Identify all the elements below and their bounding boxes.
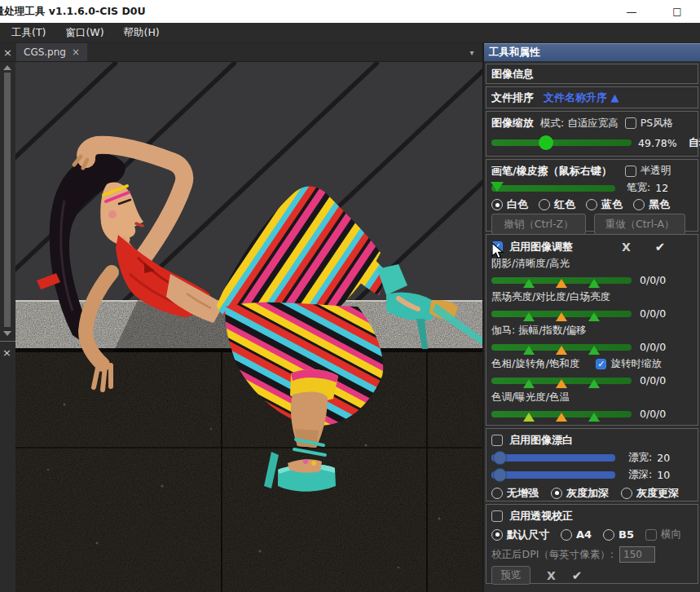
brush-width-slider-thumb[interactable]	[491, 182, 504, 192]
adjust-slider-levels[interactable]	[491, 311, 632, 317]
adjust-title: 启用图像调整	[509, 240, 573, 254]
perspective-cancel-icon[interactable]: X	[547, 569, 556, 582]
maximize-button[interactable]: □	[658, 0, 696, 23]
section-adjust: ✓ 启用图像调整 X ✔ 阴影/清晰度/高光 0/0/0 黑场亮度/对比度/白场…	[486, 234, 698, 426]
radio-white	[491, 199, 503, 210]
panel-header[interactable]: 工具和属性	[484, 43, 700, 61]
bleach-width-value: 20	[657, 452, 670, 464]
adjust-slider-hue[interactable]	[491, 378, 632, 384]
ps-style-checkbox[interactable]: ✓	[625, 117, 636, 129]
menubar: 工具(T) 窗口(W) 帮助(H)	[0, 23, 700, 43]
bleach-width-label: 漂宽:	[628, 451, 652, 465]
bleach-width-slider[interactable]	[491, 454, 615, 462]
adjust-slider-shadow[interactable]	[491, 277, 632, 284]
menu-help[interactable]: 帮助(H)	[114, 23, 169, 42]
zoom-mode-label: 模式:	[540, 117, 564, 130]
tabbar: × CGS.png × ▾	[0, 43, 482, 62]
brush-color-red[interactable]: 红色	[539, 197, 575, 212]
bleach-option-darker[interactable]: 灰度更深	[621, 486, 679, 501]
menu-window[interactable]: 窗口(W)	[55, 23, 113, 42]
zoom-mode-value[interactable]: 自适应宽高	[567, 117, 619, 130]
image-canvas[interactable]	[15, 62, 482, 592]
mouse-cursor	[490, 242, 506, 260]
file-sort-label: 文件排序	[491, 91, 534, 105]
scroll-up-icon[interactable]	[3, 65, 11, 70]
titlebar: 量处理工具 v1.1.6.0-CIS D0U — □	[0, 0, 700, 23]
zoom-slider[interactable]	[491, 139, 632, 146]
semi-transparent-checkbox[interactable]: ✓	[625, 166, 636, 177]
file-sort-value[interactable]: 文件名称升序 ▲	[544, 91, 619, 105]
adjust-slider-tone[interactable]	[491, 411, 632, 417]
bleach-title: 启用图像漂白	[509, 433, 573, 448]
left-strip: ×	[0, 62, 15, 592]
adjust-group-shadow: 阴影/清晰度/高光 0/0/0	[491, 256, 693, 289]
left-panel-close-icon[interactable]: ×	[0, 43, 15, 61]
radio-red	[539, 199, 550, 210]
brush-color-blue[interactable]: 蓝色	[586, 197, 623, 212]
image-info-label: 图像信息	[491, 67, 534, 82]
bleach-depth-value: 10	[657, 469, 670, 481]
brush-color-black[interactable]: 黑色	[633, 197, 670, 212]
perspective-title: 启用透视校正	[509, 509, 573, 524]
app-window: 量处理工具 v1.1.6.0-CIS D0U — □ 工具(T) 窗口(W) 帮…	[0, 0, 700, 592]
zoom-title: 图像缩放	[491, 116, 534, 130]
rotate-scale-label: 旋转时缩放	[610, 357, 662, 371]
adjust-group-hue: 色相/旋转角/饱和度 ✓ 旋转时缩放 0/0/0	[491, 356, 693, 390]
section-file-sort: 文件排序 文件名称升序 ▲	[486, 86, 698, 108]
tools-panel: 工具和属性 图像信息 文件排序 文件名称升序 ▲ 图像缩放 模式: 自适应宽高 …	[482, 43, 700, 592]
semi-transparent-label: 半透明	[641, 164, 671, 178]
perspective-enable-checkbox[interactable]: ✓	[491, 510, 503, 522]
redo-button[interactable]: 重做（Ctrl-A）	[594, 214, 685, 235]
scroll-down-icon[interactable]	[3, 331, 11, 336]
adjust-apply-icon[interactable]: ✔	[655, 240, 666, 254]
window-title: 量处理工具 v1.1.6.0-CIS D0U	[0, 5, 146, 19]
size-option-b5[interactable]: B5	[603, 528, 634, 541]
undo-button[interactable]: 撤销（Ctrl-Z）	[491, 214, 586, 235]
size-option-default[interactable]: 默认尺寸	[491, 528, 549, 542]
landscape-checkbox: ✓	[645, 529, 657, 541]
size-option-a4[interactable]: A4	[561, 528, 592, 541]
bleach-option-none[interactable]: 无增强	[491, 486, 539, 501]
bleach-enable-checkbox[interactable]: ✓	[491, 435, 503, 446]
tab-close-icon[interactable]: ×	[72, 46, 80, 58]
adjust-group-tone: 色调/曝光度/色温 0/0/0	[491, 390, 693, 423]
strip-close-icon[interactable]: ×	[2, 347, 11, 359]
dpi-input[interactable]: 150	[619, 546, 655, 563]
section-bleach: ✓ 启用图像漂白 漂宽: 20 漂深: 10 无增强 灰度加深 灰度更深	[486, 428, 698, 501]
section-perspective: ✓ 启用透视校正 默认尺寸 A4 B5 ✓ 横向 校正后DPI（每英寸像素）: …	[486, 504, 698, 584]
bleach-depth-slider[interactable]	[491, 471, 615, 479]
zoom-auto-button[interactable]: 自动	[689, 135, 700, 150]
adjust-cancel-icon[interactable]: X	[622, 241, 631, 254]
tab-overflow-icon[interactable]: ▾	[461, 43, 482, 61]
scrollbar-thumb[interactable]	[4, 73, 11, 327]
zoom-slider-knob[interactable]	[539, 135, 553, 150]
menu-tools[interactable]: 工具(T)	[2, 23, 55, 42]
landscape-label: 横向	[661, 528, 681, 541]
radio-blue	[586, 199, 597, 210]
minimize-button[interactable]: —	[613, 0, 650, 23]
tab-label: CGS.png	[24, 46, 66, 58]
panel-header-label: 工具和属性	[489, 46, 540, 60]
photo-cgs-png	[15, 62, 482, 592]
section-image-info[interactable]: 图像信息	[486, 64, 698, 84]
adjust-group-levels: 黑场亮度/对比度/白场亮度 0/0/0	[491, 289, 693, 323]
rotate-scale-checkbox[interactable]: ✓	[596, 359, 606, 369]
tab-cgs-png[interactable]: CGS.png ×	[16, 43, 87, 61]
adjust-slider-gamma[interactable]	[491, 344, 632, 351]
bleach-depth-label: 漂深:	[628, 468, 652, 482]
adjust-group-gamma: 伽马: 振幅/指数/偏移 0/0/0	[491, 323, 693, 356]
brush-width-value: 12	[655, 182, 668, 194]
perspective-apply-icon[interactable]: ✔	[572, 568, 583, 583]
brush-width-slider[interactable]	[491, 185, 615, 192]
brush-color-white[interactable]: 白色	[491, 197, 528, 212]
preview-button[interactable]: 预览	[491, 566, 531, 585]
bleach-width-knob[interactable]	[493, 451, 507, 465]
landscape-option[interactable]: ✓ 横向	[645, 528, 681, 541]
zoom-percent: 49.78%	[638, 137, 677, 149]
section-brush: 画笔/橡皮擦（鼠标右键） ✓ 半透明 笔宽: 12 白色 红色 蓝色 黑色 撤销…	[486, 159, 698, 232]
radio-black	[633, 199, 645, 210]
brush-title: 画笔/橡皮擦（鼠标右键）	[491, 164, 612, 179]
bleach-depth-knob[interactable]	[493, 468, 507, 482]
bleach-option-darken[interactable]: 灰度加深	[551, 486, 609, 501]
dpi-label: 校正后DPI（每英寸像素）:	[491, 548, 614, 562]
